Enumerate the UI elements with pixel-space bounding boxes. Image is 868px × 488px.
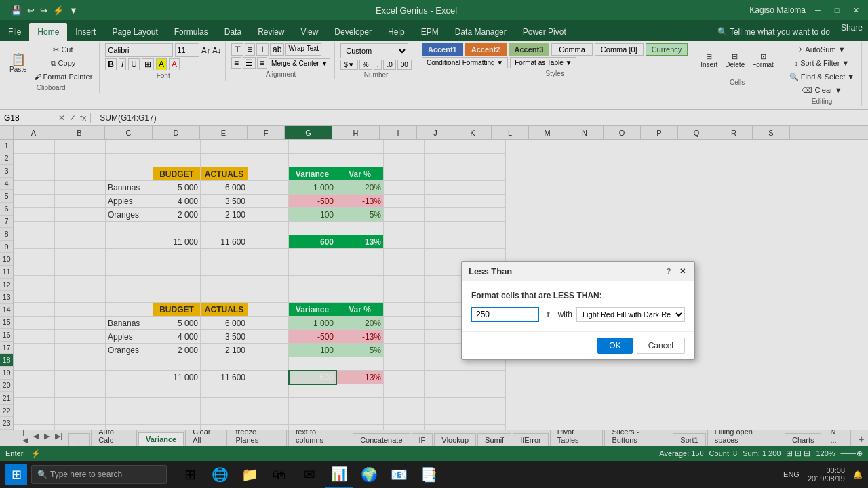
dialog-input-row: ⬆ with Light Red Fill with Dark Red Text… [471,307,685,322]
taskbar-excel[interactable]: 📊 [326,461,353,488]
search-icon: 🔍 [37,470,47,479]
dialog-title-bar: Less Than ? ✕ [462,262,694,281]
dialog-description: Format cells that are LESS THAN: [471,291,685,300]
clock-date: 2019/08/19 [808,474,845,483]
taskbar-clock: 00:08 2019/08/19 [808,466,845,483]
dialog-title-icons: ? ✕ [663,266,688,277]
taskbar-store[interactable]: 🛍 [266,461,293,488]
dialog-help-icon[interactable]: ? [663,266,674,277]
excel-window: 💾 ↩ ↪ ⚡ ▼ Excel Genius - Excel Kagiso Ma… [0,0,868,461]
taskbar-apps: ⊞ 🌐 📁 🛍 ✉ 📊 🌍 📧 📑 [176,461,442,488]
less-than-input[interactable] [471,307,539,322]
dialog-ok-button[interactable]: OK [597,338,632,354]
dialog-format-select[interactable]: Light Red Fill with Dark Red Text Yellow… [576,307,685,322]
dialog-overlay: Less Than ? ✕ Format cells that are LESS… [0,0,868,461]
taskbar-mail[interactable]: ✉ [296,461,323,488]
dialog-footer: OK Cancel [462,331,694,359]
taskbar-language[interactable]: ENG [783,470,800,479]
search-text: Type here to search [50,470,122,479]
taskbar-chrome[interactable]: 🌍 [355,461,382,488]
clock-time: 00:08 [808,466,845,474]
dialog-close-icon[interactable]: ✕ [677,266,688,277]
dialog-body: Format cells that are LESS THAN: ⬆ with … [462,281,694,331]
notifications-icon[interactable]: 🔔 [853,470,863,479]
dialog-title-text: Less Than [469,266,512,277]
taskbar-task-view[interactable]: ⊞ [176,461,203,488]
start-button[interactable]: ⊞ [5,464,27,485]
dialog-with-label: with [558,310,572,319]
taskbar-right: ENG 00:08 2019/08/19 🔔 [783,466,863,483]
taskbar-edge[interactable]: 🌐 [206,461,233,488]
taskbar-explorer[interactable]: 📁 [236,461,263,488]
taskbar: ⊞ 🔍 Type here to search ⊞ 🌐 📁 🛍 ✉ 📊 🌍 📧 … [0,461,868,488]
dialog-cancel-button[interactable]: Cancel [637,338,685,354]
taskbar-powerpoint[interactable]: 📑 [415,461,442,488]
taskbar-search[interactable]: 🔍 Type here to search [31,465,167,484]
dialog-input-arrow-icon[interactable]: ⬆ [543,309,554,320]
less-than-dialog: Less Than ? ✕ Format cells that are LESS… [461,261,695,360]
taskbar-outlook[interactable]: 📧 [385,461,412,488]
